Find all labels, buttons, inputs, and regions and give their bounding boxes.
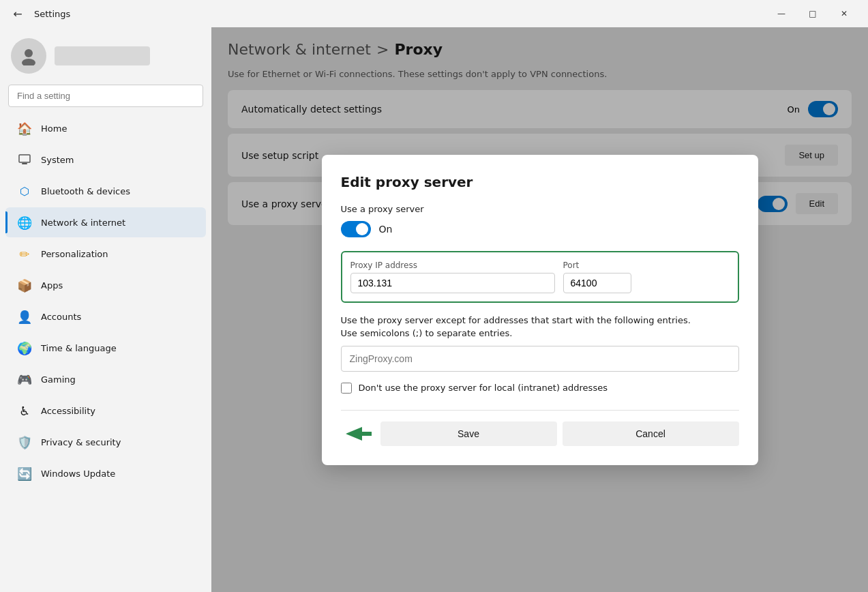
modal-toggle-label: On [379, 224, 393, 235]
svg-rect-2 [19, 155, 30, 162]
sidebar-item-label: Windows Update [41, 469, 115, 479]
privacy-icon: 🛡️ [16, 434, 33, 450]
sidebar-item-system[interactable]: System [5, 145, 206, 175]
exceptions-input[interactable] [341, 346, 739, 372]
sidebar-item-time[interactable]: 🌍 Time & language [5, 333, 206, 363]
sidebar-item-privacy[interactable]: 🛡️ Privacy & security [5, 427, 206, 457]
network-icon: 🌐 [16, 214, 33, 231]
save-arrow-indicator [341, 423, 375, 445]
proxy-toggle-row: On [341, 221, 739, 237]
sidebar-user [0, 33, 211, 85]
sidebar-item-label: Privacy & security [41, 437, 121, 447]
gaming-icon: 🎮 [16, 371, 33, 387]
personalization-icon: ✏️ [16, 246, 33, 262]
exceptions-label: Use the proxy server except for addresse… [341, 314, 739, 340]
sidebar-item-label: Bluetooth & devices [41, 186, 130, 196]
sidebar-item-label: Personalization [41, 249, 108, 259]
sidebar-item-label: System [41, 155, 74, 165]
close-button[interactable]: ✕ [828, 3, 860, 25]
accounts-icon: 👤 [16, 308, 33, 325]
sidebar-item-update[interactable]: 🔄 Windows Update [5, 458, 206, 488]
main-layout: 🏠 Home System ⬡ Bluetooth & devices 🌐 Ne… [0, 27, 868, 592]
proxy-ip-label: Proxy IP address [350, 261, 555, 270]
sidebar-item-accessibility[interactable]: ♿ Accessibility [5, 396, 206, 426]
sidebar-item-label: Network & internet [41, 218, 125, 228]
modal-overlay: Edit proxy server Use a proxy server On … [211, 27, 868, 592]
maximize-button[interactable]: □ [797, 3, 828, 25]
username-placeholder [55, 46, 150, 65]
update-icon: 🔄 [16, 465, 33, 482]
edit-proxy-modal: Edit proxy server Use a proxy server On … [322, 155, 758, 465]
back-button[interactable]: ← [8, 4, 27, 23]
titlebar: ← Settings — □ ✕ [0, 0, 868, 27]
search-input[interactable] [8, 85, 203, 107]
home-icon: 🏠 [16, 120, 33, 136]
system-icon [16, 151, 33, 168]
time-icon: 🌍 [16, 340, 33, 356]
sidebar-item-gaming[interactable]: 🎮 Gaming [5, 364, 206, 394]
sidebar-item-label: Apps [41, 280, 63, 291]
sidebar-item-bluetooth[interactable]: ⬡ Bluetooth & devices [5, 176, 206, 206]
ip-field-group: Proxy IP address [350, 261, 555, 293]
port-label: Port [563, 261, 631, 270]
local-addresses-label: Don't use the proxy server for local (in… [359, 383, 608, 393]
sidebar-item-home[interactable]: 🏠 Home [5, 113, 206, 143]
port-input[interactable] [563, 273, 631, 293]
sidebar-item-label: Home [41, 123, 67, 134]
search-box[interactable] [8, 85, 203, 107]
modal-divider [341, 410, 739, 411]
proxy-ip-input[interactable] [350, 273, 555, 293]
sidebar-item-label: Accounts [41, 312, 81, 322]
sidebar-item-accounts[interactable]: 👤 Accounts [5, 301, 206, 331]
local-addresses-checkbox-row: Don't use the proxy server for local (in… [341, 383, 739, 394]
apps-icon: 📦 [16, 277, 33, 293]
app-title: Settings [34, 9, 70, 19]
ip-port-container: Proxy IP address Port [341, 251, 739, 303]
modal-toggle-knob [356, 223, 368, 235]
modal-title: Edit proxy server [341, 174, 739, 190]
content-area: Network & internet > Proxy Use for Ether… [211, 27, 868, 592]
sidebar: 🏠 Home System ⬡ Bluetooth & devices 🌐 Ne… [0, 27, 211, 592]
sidebar-item-apps[interactable]: 📦 Apps [5, 270, 206, 300]
local-addresses-checkbox[interactable] [341, 383, 352, 394]
svg-point-1 [22, 59, 35, 65]
sidebar-item-network[interactable]: 🌐 Network & internet [5, 207, 206, 237]
avatar [11, 38, 46, 74]
sidebar-item-personalization[interactable]: ✏️ Personalization [5, 239, 206, 269]
use-proxy-label: Use a proxy server [341, 204, 739, 214]
svg-point-0 [25, 49, 33, 57]
accessibility-icon: ♿ [16, 402, 33, 419]
save-button[interactable]: Save [380, 421, 557, 446]
sidebar-item-label: Gaming [41, 374, 76, 385]
sidebar-item-label: Accessibility [41, 406, 95, 416]
modal-proxy-toggle[interactable] [341, 221, 371, 237]
window-controls: — □ ✕ [766, 3, 860, 25]
svg-rect-3 [22, 163, 27, 164]
cancel-button[interactable]: Cancel [563, 421, 739, 446]
port-field-group: Port [563, 261, 631, 293]
bluetooth-icon: ⬡ [16, 183, 33, 199]
titlebar-left: ← Settings [8, 4, 70, 23]
modal-actions: Save Cancel [341, 421, 739, 446]
minimize-button[interactable]: — [766, 3, 797, 25]
sidebar-item-label: Time & language [41, 343, 117, 353]
svg-marker-4 [346, 427, 372, 441]
